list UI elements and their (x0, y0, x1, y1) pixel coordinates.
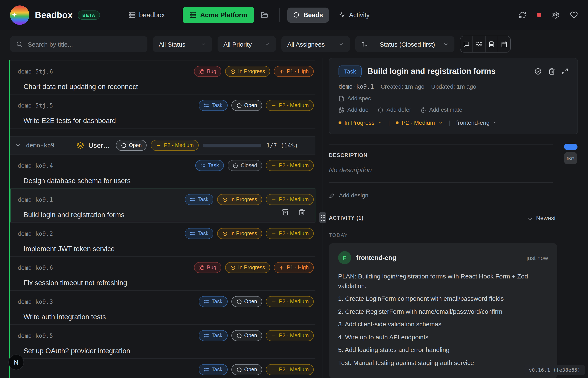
tab-activity-label: Activity (349, 11, 370, 19)
assignee-filter[interactable]: All Assignees (281, 36, 350, 52)
activity-sort-button[interactable]: Newest (527, 215, 556, 221)
activity-line: 3. Add client-side validation schemas (338, 320, 548, 329)
task-row[interactable]: demo-ko9.1TaskIn ProgressP2 - MediumBuil… (10, 189, 315, 223)
activity-icon (339, 12, 345, 18)
task-title: Design database schema for users (18, 177, 314, 185)
status-dropdown[interactable]: In Progress (338, 119, 382, 126)
task-row[interactable]: demo-ko9.2TaskIn ProgressP2 - MediumImpl… (10, 223, 315, 256)
add-estimate-button[interactable]: Add estimate (420, 107, 462, 113)
refresh-icon[interactable] (519, 11, 526, 19)
epic-badges: OpenP2 - Medium (116, 140, 199, 151)
archive-icon[interactable] (282, 209, 289, 216)
search-box[interactable] (10, 36, 147, 52)
folder-open-icon[interactable] (261, 11, 268, 19)
detail-id: demo-ko9.1 (338, 83, 374, 90)
badge-p2: P2 - Medium (266, 330, 314, 341)
gear-icon[interactable] (552, 11, 560, 19)
badge-open: Open (231, 100, 262, 111)
add-due-button[interactable]: Add due (338, 107, 369, 113)
expand-icon[interactable] (561, 68, 568, 75)
created-label: Created: 1m ago (381, 83, 425, 90)
trash-icon[interactable] (548, 68, 555, 75)
panel-resize-handle[interactable] (319, 212, 326, 223)
epic-group-header[interactable]: demo-ko9 User… OpenP2 - Medium 1/7 (14%) (10, 136, 315, 155)
chevron-down-icon (493, 120, 497, 125)
comments-view-button[interactable] (460, 36, 473, 52)
badge-p2: P2 - Medium (266, 160, 314, 171)
project-button[interactable]: Acme Platform (183, 7, 254, 23)
task-badges: TaskOpenP2 - Medium (199, 296, 314, 307)
badge-p2: P2 - Medium (151, 140, 199, 151)
badge-task: Task (199, 364, 227, 375)
floating-blue-chip[interactable] (564, 144, 577, 150)
task-row[interactable]: demo-ko9.5TaskOpenP2 - MediumSet up OAut… (10, 325, 315, 359)
front-chip[interactable]: front (564, 152, 577, 164)
circle-icon (236, 367, 242, 372)
task-row[interactable]: TaskOpenP2 - Medium (10, 359, 315, 378)
priority-filter[interactable]: All Priority (218, 36, 276, 52)
trash-icon[interactable] (298, 209, 305, 216)
task-badges: BugIn ProgressP1 - High (194, 66, 314, 77)
search-icon (16, 41, 23, 47)
complete-icon[interactable] (534, 68, 542, 75)
beta-badge: BETA (78, 10, 100, 20)
assignee-dropdown[interactable]: frontend-eng (456, 119, 497, 126)
badge-closed: Closed (228, 160, 262, 171)
task-icon (190, 231, 195, 236)
badge-p2: P2 - Medium (266, 228, 314, 239)
task-id: demo-ko9.1 (18, 196, 53, 203)
task-title: Chart data not updating on reconnect (18, 83, 314, 91)
task-id: demo-ko9.5 (18, 332, 53, 339)
avatar: F (338, 251, 351, 264)
heart-icon[interactable] (570, 11, 578, 19)
add-defer-button[interactable]: Add defer (378, 107, 411, 113)
app-header: ✦ Beadbox BETA beadbox Acme Platform Bea… (0, 0, 588, 30)
add-design-button[interactable]: Add design (329, 192, 553, 199)
timer-icon (420, 107, 426, 113)
bead-list: demo-5tj.6BugIn ProgressP1 - HighChart d… (10, 60, 315, 378)
chevron-down-icon (443, 41, 449, 47)
file-text-icon (338, 95, 344, 101)
workspace-switcher[interactable]: beadbox (129, 11, 165, 19)
status-filter[interactable]: All Status (153, 36, 212, 52)
add-spec-button[interactable]: Add spec (338, 95, 371, 102)
minus-icon (271, 163, 276, 168)
badge-inprogress: In Progress (225, 262, 270, 273)
assignee-value: frontend-eng (456, 119, 490, 126)
bead-detail-card: Task Build login and registration forms … (329, 58, 578, 135)
sort-control[interactable]: Status (Closed first) (355, 36, 454, 52)
badge-open: Open (116, 140, 147, 151)
sort-arrows-icon (361, 41, 368, 47)
task-id: demo-ko9.3 (18, 298, 53, 305)
activity-section-header: ACTIVITY (1) Newest (329, 215, 556, 221)
task-row[interactable]: demo-ko9.4TaskClosedP2 - MediumDesign da… (10, 155, 315, 189)
status-dot-icon (338, 121, 341, 124)
layers-icon (77, 142, 84, 149)
chevron-down-icon (265, 41, 270, 47)
tab-beads[interactable]: Beads (287, 7, 329, 23)
task-id: demo-5tj.5 (18, 102, 53, 109)
task-row[interactable]: demo-ko9.6BugIn ProgressP1 - HighFix ses… (10, 256, 315, 291)
task-id: demo-ko9.6 (18, 264, 53, 271)
badge-task: Task (185, 228, 213, 239)
epic-progress-label: 1/7 (14%) (266, 142, 298, 149)
calendar-view-button[interactable] (498, 36, 510, 52)
task-badges: TaskOpenP2 - Medium (199, 364, 314, 375)
detail-panel: Task Build login and registration forms … (329, 58, 578, 378)
status-filter-label: All Status (159, 40, 186, 48)
priority-dropdown[interactable]: P2 - Medium (396, 119, 443, 126)
tab-activity[interactable]: Activity (333, 7, 375, 23)
user-avatar-button[interactable]: N (8, 354, 24, 370)
epic-title: User… (88, 141, 110, 149)
task-badges: TaskClosedP2 - Medium (195, 160, 314, 171)
document-view-button[interactable] (485, 36, 498, 52)
filter-bar: All Status All Priority All Assignees St… (10, 36, 511, 52)
task-row[interactable]: demo-5tj.5TaskOpenP2 - MediumWrite E2E t… (10, 94, 315, 129)
notification-dot[interactable] (537, 13, 541, 17)
waves-view-button[interactable] (473, 36, 485, 52)
search-input[interactable] (27, 40, 142, 48)
project-label: Acme Platform (200, 11, 248, 19)
workspace-label: beadbox (139, 11, 165, 19)
task-row[interactable]: demo-5tj.6BugIn ProgressP1 - HighChart d… (10, 60, 315, 94)
task-row[interactable]: demo-ko9.3TaskOpenP2 - MediumWrite auth … (10, 291, 315, 325)
